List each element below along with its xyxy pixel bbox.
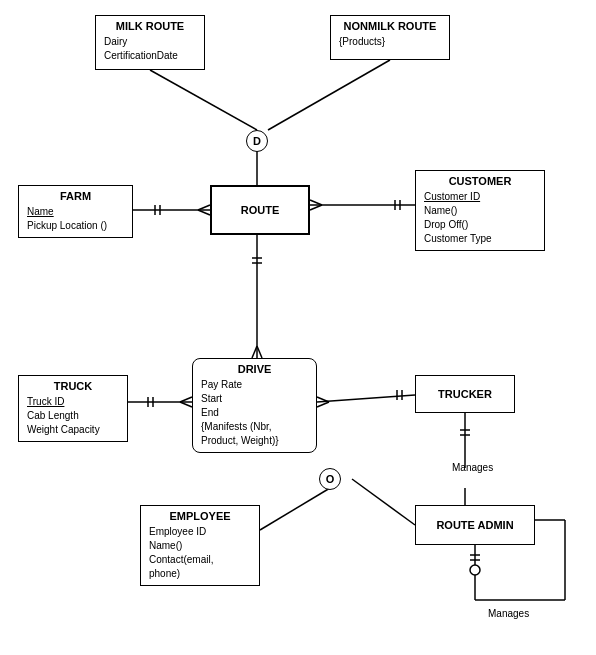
drive-attrs: Pay Rate Start End {Manifests (Nbr, Prod… [201, 378, 308, 448]
farm-attrs: Name Pickup Location () [27, 205, 124, 233]
employee-entity: EMPLOYEE Employee ID Name() Contact(emai… [140, 505, 260, 586]
customer-attrs: Customer ID Name() Drop Off() Customer T… [424, 190, 536, 246]
svg-line-6 [198, 205, 210, 210]
diagram-lines [0, 0, 596, 655]
svg-line-17 [257, 346, 262, 358]
svg-line-24 [317, 397, 329, 402]
trucker-title: TRUCKER [438, 388, 492, 400]
drive-title: DRIVE [201, 363, 308, 375]
overlap-circle: O [319, 468, 341, 490]
route-entity: ROUTE [210, 185, 310, 235]
svg-line-22 [180, 402, 192, 407]
svg-point-38 [470, 565, 480, 575]
manages-label-1: Manages [452, 462, 493, 473]
route-admin-entity: ROUTE ADMIN [415, 505, 535, 545]
nonmilk-route-title: NONMILK ROUTE [339, 20, 441, 32]
svg-line-16 [252, 346, 257, 358]
employee-attrs: Employee ID Name() Contact(email, phone) [149, 525, 251, 581]
svg-line-31 [352, 479, 415, 525]
truck-attrs: Truck ID Cab Length Weight Capacity [27, 395, 119, 437]
svg-line-7 [198, 210, 210, 215]
truck-title: TRUCK [27, 380, 119, 392]
milk-route-attrs: DairyCertificationDate [104, 35, 196, 63]
svg-line-10 [310, 205, 322, 210]
nonmilk-route-attrs: {Products} [339, 35, 441, 49]
route-title: ROUTE [241, 204, 280, 216]
route-admin-title: ROUTE ADMIN [436, 519, 513, 531]
employee-title: EMPLOYEE [149, 510, 251, 522]
milk-route-entity: MILK ROUTE DairyCertificationDate [95, 15, 205, 70]
milk-route-title: MILK ROUTE [104, 20, 196, 32]
manages-label-2: Manages [488, 608, 529, 619]
svg-line-0 [150, 70, 257, 130]
svg-line-21 [180, 397, 192, 402]
svg-line-32 [260, 488, 330, 530]
erd-diagram: MILK ROUTE DairyCertificationDate NONMIL… [0, 0, 596, 655]
trucker-entity: TRUCKER [415, 375, 515, 413]
customer-entity: CUSTOMER Customer ID Name() Drop Off() C… [415, 170, 545, 251]
svg-line-25 [317, 402, 329, 407]
nonmilk-route-entity: NONMILK ROUTE {Products} [330, 15, 450, 60]
svg-line-1 [268, 60, 390, 130]
farm-title: FARM [27, 190, 124, 202]
disjoint-circle: D [246, 130, 268, 152]
customer-title: CUSTOMER [424, 175, 536, 187]
svg-line-9 [310, 200, 322, 205]
drive-entity: DRIVE Pay Rate Start End {Manifests (Nbr… [192, 358, 317, 453]
farm-entity: FARM Name Pickup Location () [18, 185, 133, 238]
svg-line-23 [317, 395, 415, 402]
truck-entity: TRUCK Truck ID Cab Length Weight Capacit… [18, 375, 128, 442]
